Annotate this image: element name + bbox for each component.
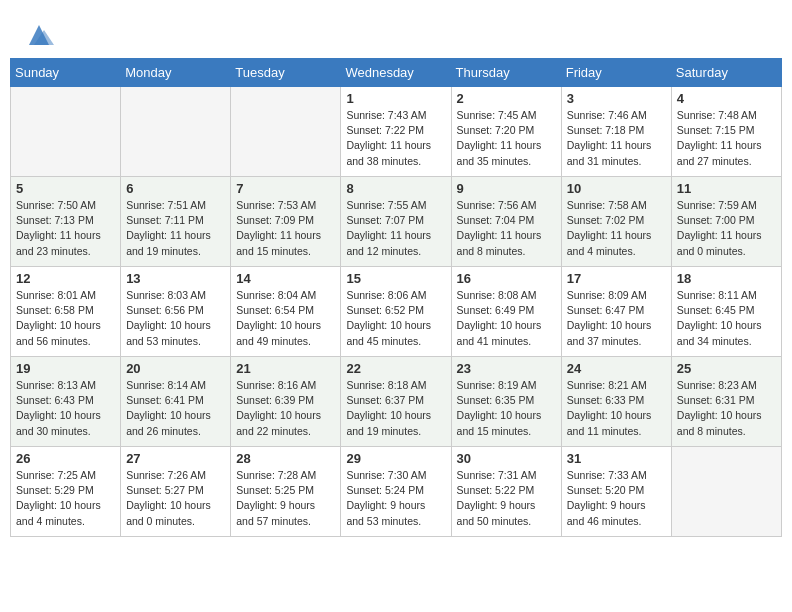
day-info: Sunrise: 8:18 AM Sunset: 6:37 PM Dayligh… xyxy=(346,378,445,439)
weekday-header: Sunday xyxy=(11,59,121,87)
day-cell: 28Sunrise: 7:28 AM Sunset: 5:25 PM Dayli… xyxy=(231,447,341,537)
day-info: Sunrise: 7:48 AM Sunset: 7:15 PM Dayligh… xyxy=(677,108,776,169)
day-info: Sunrise: 8:09 AM Sunset: 6:47 PM Dayligh… xyxy=(567,288,666,349)
day-number: 2 xyxy=(457,91,556,106)
weekday-header-row: SundayMondayTuesdayWednesdayThursdayFrid… xyxy=(11,59,782,87)
day-cell: 12Sunrise: 8:01 AM Sunset: 6:58 PM Dayli… xyxy=(11,267,121,357)
calendar-table: SundayMondayTuesdayWednesdayThursdayFrid… xyxy=(10,58,782,537)
day-number: 12 xyxy=(16,271,115,286)
day-info: Sunrise: 8:13 AM Sunset: 6:43 PM Dayligh… xyxy=(16,378,115,439)
day-cell: 3Sunrise: 7:46 AM Sunset: 7:18 PM Daylig… xyxy=(561,87,671,177)
day-info: Sunrise: 7:25 AM Sunset: 5:29 PM Dayligh… xyxy=(16,468,115,529)
day-info: Sunrise: 8:14 AM Sunset: 6:41 PM Dayligh… xyxy=(126,378,225,439)
day-info: Sunrise: 8:06 AM Sunset: 6:52 PM Dayligh… xyxy=(346,288,445,349)
calendar-week-row: 5Sunrise: 7:50 AM Sunset: 7:13 PM Daylig… xyxy=(11,177,782,267)
day-number: 3 xyxy=(567,91,666,106)
day-info: Sunrise: 8:23 AM Sunset: 6:31 PM Dayligh… xyxy=(677,378,776,439)
day-number: 16 xyxy=(457,271,556,286)
day-info: Sunrise: 7:28 AM Sunset: 5:25 PM Dayligh… xyxy=(236,468,335,529)
empty-day-cell xyxy=(231,87,341,177)
day-cell: 24Sunrise: 8:21 AM Sunset: 6:33 PM Dayli… xyxy=(561,357,671,447)
logo xyxy=(20,20,54,50)
day-cell: 9Sunrise: 7:56 AM Sunset: 7:04 PM Daylig… xyxy=(451,177,561,267)
day-info: Sunrise: 7:46 AM Sunset: 7:18 PM Dayligh… xyxy=(567,108,666,169)
day-info: Sunrise: 7:26 AM Sunset: 5:27 PM Dayligh… xyxy=(126,468,225,529)
empty-day-cell xyxy=(121,87,231,177)
calendar-week-row: 12Sunrise: 8:01 AM Sunset: 6:58 PM Dayli… xyxy=(11,267,782,357)
day-cell: 17Sunrise: 8:09 AM Sunset: 6:47 PM Dayli… xyxy=(561,267,671,357)
day-info: Sunrise: 7:58 AM Sunset: 7:02 PM Dayligh… xyxy=(567,198,666,259)
day-number: 18 xyxy=(677,271,776,286)
day-number: 21 xyxy=(236,361,335,376)
day-cell: 4Sunrise: 7:48 AM Sunset: 7:15 PM Daylig… xyxy=(671,87,781,177)
calendar-week-row: 1Sunrise: 7:43 AM Sunset: 7:22 PM Daylig… xyxy=(11,87,782,177)
day-cell: 19Sunrise: 8:13 AM Sunset: 6:43 PM Dayli… xyxy=(11,357,121,447)
day-cell: 26Sunrise: 7:25 AM Sunset: 5:29 PM Dayli… xyxy=(11,447,121,537)
day-number: 24 xyxy=(567,361,666,376)
day-cell: 31Sunrise: 7:33 AM Sunset: 5:20 PM Dayli… xyxy=(561,447,671,537)
day-number: 20 xyxy=(126,361,225,376)
weekday-header: Monday xyxy=(121,59,231,87)
day-info: Sunrise: 7:59 AM Sunset: 7:00 PM Dayligh… xyxy=(677,198,776,259)
day-cell: 16Sunrise: 8:08 AM Sunset: 6:49 PM Dayli… xyxy=(451,267,561,357)
calendar-week-row: 26Sunrise: 7:25 AM Sunset: 5:29 PM Dayli… xyxy=(11,447,782,537)
day-cell: 1Sunrise: 7:43 AM Sunset: 7:22 PM Daylig… xyxy=(341,87,451,177)
day-info: Sunrise: 7:50 AM Sunset: 7:13 PM Dayligh… xyxy=(16,198,115,259)
day-info: Sunrise: 8:01 AM Sunset: 6:58 PM Dayligh… xyxy=(16,288,115,349)
day-cell: 6Sunrise: 7:51 AM Sunset: 7:11 PM Daylig… xyxy=(121,177,231,267)
day-info: Sunrise: 7:51 AM Sunset: 7:11 PM Dayligh… xyxy=(126,198,225,259)
day-cell: 5Sunrise: 7:50 AM Sunset: 7:13 PM Daylig… xyxy=(11,177,121,267)
day-number: 5 xyxy=(16,181,115,196)
day-cell: 18Sunrise: 8:11 AM Sunset: 6:45 PM Dayli… xyxy=(671,267,781,357)
day-info: Sunrise: 7:31 AM Sunset: 5:22 PM Dayligh… xyxy=(457,468,556,529)
day-info: Sunrise: 8:21 AM Sunset: 6:33 PM Dayligh… xyxy=(567,378,666,439)
day-number: 4 xyxy=(677,91,776,106)
day-number: 25 xyxy=(677,361,776,376)
day-cell: 25Sunrise: 8:23 AM Sunset: 6:31 PM Dayli… xyxy=(671,357,781,447)
day-info: Sunrise: 8:16 AM Sunset: 6:39 PM Dayligh… xyxy=(236,378,335,439)
page-header xyxy=(10,10,782,58)
weekday-header: Friday xyxy=(561,59,671,87)
day-cell: 2Sunrise: 7:45 AM Sunset: 7:20 PM Daylig… xyxy=(451,87,561,177)
day-number: 6 xyxy=(126,181,225,196)
day-info: Sunrise: 8:03 AM Sunset: 6:56 PM Dayligh… xyxy=(126,288,225,349)
day-number: 1 xyxy=(346,91,445,106)
day-info: Sunrise: 7:33 AM Sunset: 5:20 PM Dayligh… xyxy=(567,468,666,529)
day-number: 31 xyxy=(567,451,666,466)
weekday-header: Tuesday xyxy=(231,59,341,87)
day-info: Sunrise: 8:11 AM Sunset: 6:45 PM Dayligh… xyxy=(677,288,776,349)
day-number: 15 xyxy=(346,271,445,286)
day-number: 8 xyxy=(346,181,445,196)
logo-icon xyxy=(24,20,54,50)
day-cell: 22Sunrise: 8:18 AM Sunset: 6:37 PM Dayli… xyxy=(341,357,451,447)
day-cell: 21Sunrise: 8:16 AM Sunset: 6:39 PM Dayli… xyxy=(231,357,341,447)
weekday-header: Wednesday xyxy=(341,59,451,87)
day-number: 19 xyxy=(16,361,115,376)
day-number: 17 xyxy=(567,271,666,286)
day-info: Sunrise: 7:55 AM Sunset: 7:07 PM Dayligh… xyxy=(346,198,445,259)
day-number: 23 xyxy=(457,361,556,376)
day-info: Sunrise: 7:45 AM Sunset: 7:20 PM Dayligh… xyxy=(457,108,556,169)
day-number: 14 xyxy=(236,271,335,286)
day-cell: 23Sunrise: 8:19 AM Sunset: 6:35 PM Dayli… xyxy=(451,357,561,447)
empty-day-cell xyxy=(11,87,121,177)
weekday-header: Thursday xyxy=(451,59,561,87)
day-number: 10 xyxy=(567,181,666,196)
day-number: 29 xyxy=(346,451,445,466)
day-number: 22 xyxy=(346,361,445,376)
weekday-header: Saturday xyxy=(671,59,781,87)
day-cell: 20Sunrise: 8:14 AM Sunset: 6:41 PM Dayli… xyxy=(121,357,231,447)
day-cell: 15Sunrise: 8:06 AM Sunset: 6:52 PM Dayli… xyxy=(341,267,451,357)
day-number: 13 xyxy=(126,271,225,286)
day-cell: 30Sunrise: 7:31 AM Sunset: 5:22 PM Dayli… xyxy=(451,447,561,537)
day-info: Sunrise: 7:30 AM Sunset: 5:24 PM Dayligh… xyxy=(346,468,445,529)
day-number: 28 xyxy=(236,451,335,466)
day-cell: 27Sunrise: 7:26 AM Sunset: 5:27 PM Dayli… xyxy=(121,447,231,537)
day-number: 11 xyxy=(677,181,776,196)
day-info: Sunrise: 7:56 AM Sunset: 7:04 PM Dayligh… xyxy=(457,198,556,259)
day-info: Sunrise: 8:04 AM Sunset: 6:54 PM Dayligh… xyxy=(236,288,335,349)
day-cell: 10Sunrise: 7:58 AM Sunset: 7:02 PM Dayli… xyxy=(561,177,671,267)
empty-day-cell xyxy=(671,447,781,537)
day-number: 9 xyxy=(457,181,556,196)
day-number: 27 xyxy=(126,451,225,466)
